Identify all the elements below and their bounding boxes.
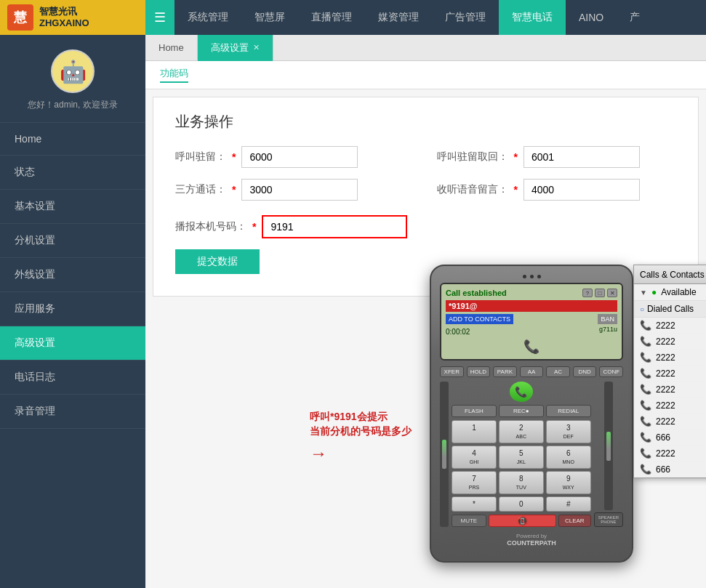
phone-volume-right[interactable] (604, 382, 613, 510)
sidebar: 🤖 您好！admin, 欢迎登录 Home 状态 基本设置 分机设置 外线设置 … (0, 35, 145, 588)
phone-ban-btn[interactable]: BAN (598, 314, 617, 324)
phone-key-8[interactable]: 8TUV (499, 471, 544, 494)
phone-mute-btn[interactable]: MUTE (452, 515, 486, 527)
input-park[interactable] (241, 146, 358, 168)
call-item[interactable]: 📞666 (634, 430, 706, 446)
nav-item-media[interactable]: 媒资管理 (365, 0, 432, 35)
tab-advanced[interactable]: 高级设置 ✕ (198, 35, 273, 61)
phone-widget: Call established ? □ ✕ *9191@ ADD TO CON… (430, 265, 633, 563)
sidebar-item-status[interactable]: 状态 (0, 156, 145, 190)
phone-key-6[interactable]: 6MNO (546, 446, 591, 469)
phone-speaker-btn[interactable]: SPEAKERPHONE (594, 512, 623, 527)
status-expand-icon[interactable]: ▼ (640, 289, 647, 297)
phone-key-star[interactable]: * (452, 496, 497, 512)
phone-rec-btn[interactable]: REC● (499, 405, 544, 417)
phone-max-btn[interactable]: □ (595, 289, 605, 297)
call-number: 666 (656, 464, 670, 475)
calls-section-title: ○ Dialed Calls (634, 301, 706, 318)
nav-item-smart-screen[interactable]: 智慧屏 (241, 0, 298, 35)
nav-item-ad[interactable]: 广告管理 (432, 0, 499, 35)
form-row-park: 呼叫驻留： * (175, 146, 415, 168)
phone-key-4[interactable]: 4GHI (452, 446, 497, 469)
phone-key-3[interactable]: 3DEF (546, 420, 591, 443)
phone-call-button[interactable]: 📞 (510, 382, 533, 402)
nav-items: 系统管理 智慧屏 直播管理 媒资管理 广告管理 智慧电话 AINO 产 (175, 0, 706, 35)
nav-item-system[interactable]: 系统管理 (175, 0, 241, 35)
call-phone-icon: 📞 (640, 384, 651, 395)
phone-dnd-btn[interactable]: DND (573, 366, 597, 377)
required-star-announce: * (252, 221, 256, 233)
phone-xfer-btn[interactable]: XFER (440, 366, 464, 377)
call-phone-icon: 📞 (640, 320, 651, 331)
nav-item-product[interactable]: 产 (617, 0, 653, 35)
tab-home[interactable]: Home (145, 35, 198, 61)
phone-bottom-controls: MUTE 📵 CLEAR (452, 515, 591, 527)
phone-key-2[interactable]: 2ABC (499, 420, 544, 443)
call-item[interactable]: 📞2222 (634, 350, 706, 366)
call-item[interactable]: 📞2222 (634, 446, 706, 462)
sidebar-item-basic[interactable]: 基本设置 (0, 190, 145, 224)
call-item[interactable]: 📞2222 (634, 366, 706, 382)
phone-key-1[interactable]: 1 (452, 420, 497, 443)
sidebar-item-app[interactable]: 应用服务 (0, 292, 145, 326)
menu-toggle-button[interactable]: ☰ (145, 0, 175, 35)
phone-numpad: 1 2ABC 3DEF 4GHI 5JKL 6MNO 7PRS 8TUV 9WX… (452, 420, 591, 512)
phone-key-hash[interactable]: # (546, 496, 591, 512)
input-threeway[interactable] (241, 179, 358, 201)
phone-body: Call established ? □ ✕ *9191@ ADD TO CON… (430, 265, 633, 563)
nav-item-aino[interactable]: AINO (566, 0, 617, 35)
input-voicemail[interactable] (524, 179, 640, 201)
required-star-threeway: * (232, 184, 236, 196)
phone-controls-row: XFER HOLD PARK AA AC DND CONF (440, 366, 623, 377)
sidebar-item-advanced[interactable]: 高级设置 (0, 326, 145, 361)
call-number: 2222 (656, 384, 675, 395)
sidebar-item-trunk[interactable]: 外线设置 (0, 258, 145, 292)
required-star-park: * (232, 151, 236, 163)
tab-close-icon[interactable]: ✕ (253, 43, 260, 52)
input-park-retrieve[interactable] (524, 146, 640, 168)
phone-ac-btn[interactable]: AC (546, 366, 570, 377)
calls-panel-header: Calls & Contacts ▼ ⊡ Detach (634, 265, 706, 284)
phone-redial-btn[interactable]: REDIAL (546, 405, 591, 417)
phone-volume-left[interactable] (440, 382, 449, 527)
breadcrumb: 功能码 (160, 67, 188, 83)
logo-icon: 慧 (7, 4, 33, 31)
call-item[interactable]: 📞2222 (634, 414, 706, 430)
phone-close-btn[interactable]: ✕ (607, 289, 617, 297)
phone-right-controls: SPEAKERPHONE (594, 382, 623, 527)
call-item[interactable]: 📞2222 (634, 318, 706, 334)
phone-key-5[interactable]: 5JKL (499, 446, 544, 469)
phone-add-contact-btn[interactable]: ADD TO CONTACTS (446, 314, 513, 324)
form-row-threeway: 三方通话： * (175, 179, 415, 201)
sidebar-item-recording[interactable]: 录音管理 (0, 395, 145, 429)
call-number: 2222 (656, 400, 675, 411)
phone-end-call-btn[interactable]: 📵 (489, 515, 556, 527)
phone-clear-btn[interactable]: CLEAR (558, 515, 591, 527)
phone-dialed-number: *9191@ (446, 300, 617, 312)
phone-key-7[interactable]: 7PRS (452, 471, 497, 494)
calls-list: 📞2222📞2222📞2222📞2222📞2222📞2222📞2222📞666📞… (634, 318, 706, 478)
phone-key-0[interactable]: 0 (499, 496, 544, 512)
status-label: Available (661, 287, 696, 297)
call-phone-icon: 📞 (640, 416, 651, 427)
sidebar-item-calllog[interactable]: 电话日志 (0, 361, 145, 395)
nav-item-live[interactable]: 直播管理 (298, 0, 365, 35)
call-item[interactable]: 📞666 (634, 462, 706, 478)
call-number: 2222 (656, 321, 675, 331)
nav-item-phone[interactable]: 智慧电话 (499, 0, 566, 35)
call-item[interactable]: 📞2222 (634, 334, 706, 350)
call-item[interactable]: 📞2222 (634, 398, 706, 414)
input-announce[interactable] (262, 215, 407, 238)
phone-key-9[interactable]: 9WXY (546, 471, 591, 494)
submit-button[interactable]: 提交数据 (175, 249, 260, 274)
form-row-voicemail: 收听语音留言： * (437, 179, 677, 201)
phone-park-btn[interactable]: PARK (493, 366, 517, 377)
sidebar-item-extension[interactable]: 分机设置 (0, 224, 145, 258)
phone-hold-btn[interactable]: HOLD (467, 366, 491, 377)
phone-aa-btn[interactable]: AA (520, 366, 544, 377)
phone-conf-btn[interactable]: CONF (599, 366, 623, 377)
phone-flash-btn[interactable]: FLASH (452, 405, 497, 417)
call-item[interactable]: 📞2222 (634, 382, 706, 398)
sidebar-item-home[interactable]: Home (0, 123, 145, 156)
phone-min-btn[interactable]: ? (582, 289, 593, 297)
